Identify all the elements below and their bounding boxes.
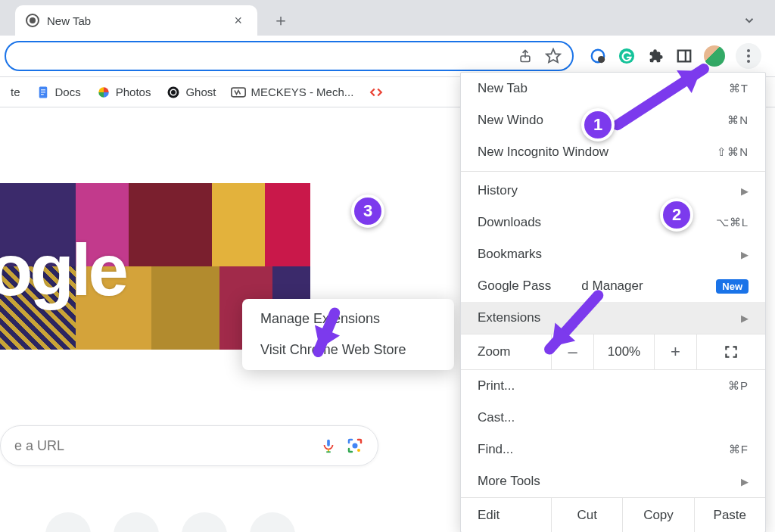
- extension-icon-1[interactable]: [589, 47, 607, 65]
- svg-rect-5: [678, 51, 691, 62]
- svg-rect-8: [41, 89, 45, 90]
- submenu-arrow-icon: ▶: [741, 249, 749, 260]
- tab-favicon: [26, 14, 39, 27]
- svg-point-3: [598, 56, 605, 63]
- label: d Manager: [581, 278, 643, 294]
- bookmark-item[interactable]: MECKEYS - Mech...: [226, 82, 358, 103]
- ghost-icon: [166, 85, 181, 100]
- menu-edit-row: Edit Cut Copy Paste: [461, 497, 765, 532]
- doodle-logo-text: oogle: [0, 229, 126, 312]
- bookmark-item[interactable]: Docs: [31, 82, 86, 103]
- meckeys-icon: [231, 85, 246, 100]
- search-box[interactable]: e a URL: [0, 425, 378, 466]
- tab-strip: New Tab × ＋: [0, 0, 775, 36]
- label: Downloads: [478, 215, 541, 230]
- annotation-badge-2: 2: [660, 198, 693, 232]
- label: New Tab: [478, 81, 528, 96]
- menu-item-cast[interactable]: Cast...: [461, 402, 765, 434]
- menu-item-find[interactable]: Find... ⌘F: [461, 434, 765, 465]
- menu-item-new-incognito[interactable]: New Incognito Window ⇧⌘N: [461, 136, 765, 168]
- shortcut-chip[interactable]: [114, 512, 159, 532]
- photos-icon: [96, 85, 111, 100]
- label: More Tools: [478, 474, 540, 489]
- bookmark-label: te: [11, 86, 20, 98]
- lens-icon[interactable]: [346, 437, 364, 455]
- shortcut-chip[interactable]: [182, 512, 227, 532]
- bookmark-item[interactable]: te: [6, 82, 25, 101]
- menu-item-manage-extensions[interactable]: Manage Extensions: [242, 303, 454, 334]
- label: Google Pass: [478, 278, 551, 294]
- svg-rect-9: [41, 92, 45, 92]
- shortcut: ⇧⌘N: [717, 145, 749, 159]
- label: Cast...: [478, 410, 515, 425]
- share-icon[interactable]: [518, 48, 533, 64]
- annotation-badge-1: 1: [581, 108, 615, 142]
- menu-zoom-row: Zoom – 100% +: [461, 334, 765, 370]
- shortcut: ⌥⌘L: [716, 216, 749, 229]
- shortcut-chip[interactable]: [45, 512, 91, 532]
- chrome-menu: New Tab ⌘T New Windo ⌘N New Incognito Wi…: [460, 72, 766, 532]
- close-tab-icon[interactable]: ×: [229, 13, 247, 29]
- tab-title: New Tab: [47, 14, 222, 27]
- label: Print...: [478, 378, 515, 394]
- bookmark-item[interactable]: [364, 82, 388, 103]
- label: New Windo: [478, 113, 543, 128]
- voice-search-icon[interactable]: [320, 437, 337, 454]
- svg-point-18: [353, 443, 358, 449]
- bookmark-label: Ghost: [185, 86, 216, 98]
- shortcut: ⌘P: [728, 379, 749, 393]
- menu-item-downloads[interactable]: Downloads ⌥⌘L: [461, 207, 765, 238]
- extensions-puzzle-icon[interactable]: [646, 47, 665, 65]
- zoom-in-button[interactable]: +: [655, 334, 697, 369]
- menu-item-bookmarks[interactable]: Bookmarks ▶: [461, 238, 765, 270]
- docs-icon: [36, 85, 51, 100]
- bookmark-item[interactable]: Photos: [92, 82, 156, 103]
- bookmark-item[interactable]: Ghost: [161, 82, 220, 103]
- annotation-badge-3: 3: [351, 194, 384, 228]
- chrome-menu-button[interactable]: [736, 43, 761, 69]
- cut-button[interactable]: Cut: [552, 498, 623, 532]
- edit-label: Edit: [461, 498, 552, 532]
- copy-button[interactable]: Copy: [623, 498, 694, 532]
- toolbar: [0, 36, 775, 77]
- menu-item-visit-webstore[interactable]: Visit Chrome Web Store: [242, 334, 454, 366]
- svg-rect-14: [327, 440, 330, 446]
- svg-point-17: [357, 449, 360, 452]
- svg-rect-10: [41, 94, 44, 95]
- toolbar-actions: [578, 43, 766, 69]
- shortcut: ⌘T: [729, 82, 749, 95]
- menu-item-extensions[interactable]: Extensions ▶: [461, 302, 765, 334]
- shortcut: ⌘F: [729, 443, 749, 456]
- submenu-arrow-icon: ▶: [741, 313, 749, 324]
- bookmark-label: Photos: [116, 86, 151, 98]
- fullscreen-button[interactable]: [697, 334, 765, 369]
- label: New Incognito Window: [478, 145, 608, 160]
- label: Bookmarks: [478, 247, 542, 262]
- zoom-value: 100%: [594, 334, 655, 369]
- svg-point-11: [168, 86, 179, 98]
- bookmark-label: MECKEYS - Mech...: [251, 86, 353, 98]
- browser-tab[interactable]: New Tab ×: [15, 5, 257, 36]
- svg-marker-1: [546, 49, 560, 62]
- submenu-arrow-icon: ▶: [741, 185, 749, 197]
- tab-search-button[interactable]: [739, 10, 760, 31]
- extensions-submenu: Manage Extensions Visit Chrome Web Store: [242, 299, 454, 370]
- menu-item-history[interactable]: History ▶: [461, 175, 765, 207]
- new-badge: New: [716, 279, 749, 294]
- label: Extensions: [478, 310, 540, 325]
- menu-item-print[interactable]: Print... ⌘P: [461, 370, 765, 402]
- shortcut: ⌘N: [727, 114, 749, 127]
- paste-button[interactable]: Paste: [695, 498, 765, 532]
- label: Find...: [478, 442, 513, 457]
- label: History: [478, 183, 518, 198]
- menu-item-more-tools[interactable]: More Tools ▶: [461, 465, 765, 497]
- menu-item-password-manager[interactable]: Google Pass d Manager New: [461, 270, 765, 302]
- menu-item-new-tab[interactable]: New Tab ⌘T: [461, 73, 765, 104]
- new-tab-button[interactable]: ＋: [269, 8, 293, 33]
- address-bar[interactable]: [5, 41, 574, 71]
- shortcut-chips: [45, 512, 295, 532]
- grammarly-icon[interactable]: [618, 47, 636, 65]
- shortcut-chip[interactable]: [250, 512, 295, 532]
- bookmark-star-icon[interactable]: [545, 48, 562, 64]
- bookmark-label: Docs: [55, 86, 81, 98]
